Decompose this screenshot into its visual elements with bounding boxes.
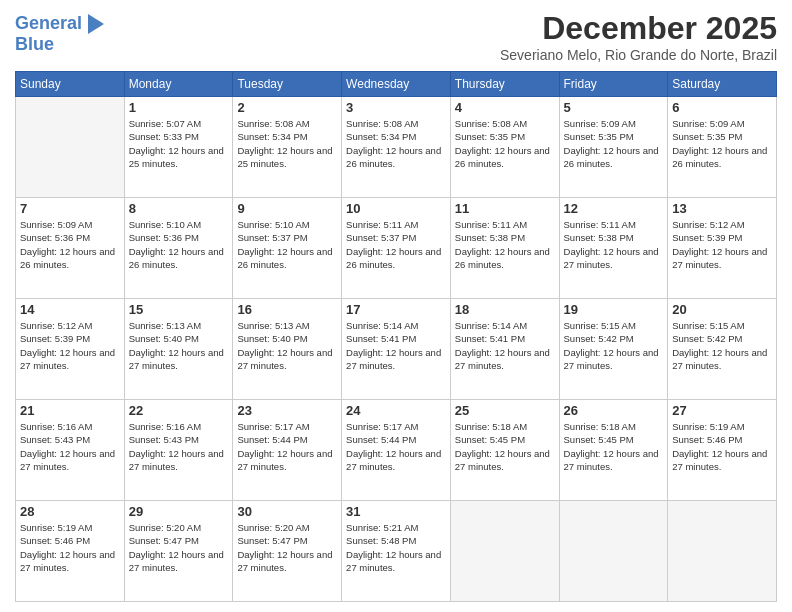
cell-5-2: 29Sunrise: 5:20 AMSunset: 5:47 PMDayligh… (124, 501, 233, 602)
location: Severiano Melo, Rio Grande do Norte, Bra… (500, 47, 777, 63)
day-info: Sunrise: 5:16 AMSunset: 5:43 PMDaylight:… (129, 420, 229, 473)
day-number: 25 (455, 403, 555, 418)
cell-3-5: 18Sunrise: 5:14 AMSunset: 5:41 PMDayligh… (450, 299, 559, 400)
day-info: Sunrise: 5:18 AMSunset: 5:45 PMDaylight:… (564, 420, 664, 473)
day-info: Sunrise: 5:08 AMSunset: 5:35 PMDaylight:… (455, 117, 555, 170)
cell-1-3: 2Sunrise: 5:08 AMSunset: 5:34 PMDaylight… (233, 97, 342, 198)
day-number: 5 (564, 100, 664, 115)
day-number: 19 (564, 302, 664, 317)
day-number: 9 (237, 201, 337, 216)
cell-5-7 (668, 501, 777, 602)
cell-5-4: 31Sunrise: 5:21 AMSunset: 5:48 PMDayligh… (342, 501, 451, 602)
cell-4-5: 25Sunrise: 5:18 AMSunset: 5:45 PMDayligh… (450, 400, 559, 501)
cell-1-5: 4Sunrise: 5:08 AMSunset: 5:35 PMDaylight… (450, 97, 559, 198)
day-info: Sunrise: 5:17 AMSunset: 5:44 PMDaylight:… (346, 420, 446, 473)
week-row-3: 14Sunrise: 5:12 AMSunset: 5:39 PMDayligh… (16, 299, 777, 400)
day-number: 7 (20, 201, 120, 216)
day-number: 20 (672, 302, 772, 317)
col-tuesday: Tuesday (233, 72, 342, 97)
day-number: 15 (129, 302, 229, 317)
day-info: Sunrise: 5:09 AMSunset: 5:35 PMDaylight:… (672, 117, 772, 170)
day-info: Sunrise: 5:17 AMSunset: 5:44 PMDaylight:… (237, 420, 337, 473)
day-info: Sunrise: 5:20 AMSunset: 5:47 PMDaylight:… (129, 521, 229, 574)
day-info: Sunrise: 5:21 AMSunset: 5:48 PMDaylight:… (346, 521, 446, 574)
cell-3-6: 19Sunrise: 5:15 AMSunset: 5:42 PMDayligh… (559, 299, 668, 400)
day-number: 10 (346, 201, 446, 216)
cell-2-7: 13Sunrise: 5:12 AMSunset: 5:39 PMDayligh… (668, 198, 777, 299)
day-number: 12 (564, 201, 664, 216)
col-monday: Monday (124, 72, 233, 97)
day-number: 14 (20, 302, 120, 317)
day-number: 27 (672, 403, 772, 418)
day-number: 23 (237, 403, 337, 418)
cell-3-7: 20Sunrise: 5:15 AMSunset: 5:42 PMDayligh… (668, 299, 777, 400)
day-number: 4 (455, 100, 555, 115)
day-info: Sunrise: 5:09 AMSunset: 5:35 PMDaylight:… (564, 117, 664, 170)
day-info: Sunrise: 5:09 AMSunset: 5:36 PMDaylight:… (20, 218, 120, 271)
week-row-2: 7Sunrise: 5:09 AMSunset: 5:36 PMDaylight… (16, 198, 777, 299)
cell-4-4: 24Sunrise: 5:17 AMSunset: 5:44 PMDayligh… (342, 400, 451, 501)
week-row-1: 1Sunrise: 5:07 AMSunset: 5:33 PMDaylight… (16, 97, 777, 198)
day-info: Sunrise: 5:08 AMSunset: 5:34 PMDaylight:… (346, 117, 446, 170)
title-area: December 2025 Severiano Melo, Rio Grande… (500, 10, 777, 63)
logo-text: General (15, 14, 82, 34)
cell-3-4: 17Sunrise: 5:14 AMSunset: 5:41 PMDayligh… (342, 299, 451, 400)
calendar-page: General Blue December 2025 Severiano Mel… (0, 0, 792, 612)
cell-5-6 (559, 501, 668, 602)
day-info: Sunrise: 5:18 AMSunset: 5:45 PMDaylight:… (455, 420, 555, 473)
cell-4-6: 26Sunrise: 5:18 AMSunset: 5:45 PMDayligh… (559, 400, 668, 501)
week-row-5: 28Sunrise: 5:19 AMSunset: 5:46 PMDayligh… (16, 501, 777, 602)
day-number: 30 (237, 504, 337, 519)
day-info: Sunrise: 5:10 AMSunset: 5:37 PMDaylight:… (237, 218, 337, 271)
day-info: Sunrise: 5:12 AMSunset: 5:39 PMDaylight:… (672, 218, 772, 271)
day-number: 13 (672, 201, 772, 216)
day-info: Sunrise: 5:10 AMSunset: 5:36 PMDaylight:… (129, 218, 229, 271)
cell-5-3: 30Sunrise: 5:20 AMSunset: 5:47 PMDayligh… (233, 501, 342, 602)
day-info: Sunrise: 5:15 AMSunset: 5:42 PMDaylight:… (672, 319, 772, 372)
cell-4-3: 23Sunrise: 5:17 AMSunset: 5:44 PMDayligh… (233, 400, 342, 501)
day-number: 21 (20, 403, 120, 418)
day-number: 1 (129, 100, 229, 115)
day-number: 16 (237, 302, 337, 317)
day-number: 31 (346, 504, 446, 519)
day-info: Sunrise: 5:14 AMSunset: 5:41 PMDaylight:… (346, 319, 446, 372)
day-number: 26 (564, 403, 664, 418)
cell-4-1: 21Sunrise: 5:16 AMSunset: 5:43 PMDayligh… (16, 400, 125, 501)
day-info: Sunrise: 5:07 AMSunset: 5:33 PMDaylight:… (129, 117, 229, 170)
cell-2-4: 10Sunrise: 5:11 AMSunset: 5:37 PMDayligh… (342, 198, 451, 299)
day-info: Sunrise: 5:15 AMSunset: 5:42 PMDaylight:… (564, 319, 664, 372)
calendar-table: Sunday Monday Tuesday Wednesday Thursday… (15, 71, 777, 602)
cell-2-6: 12Sunrise: 5:11 AMSunset: 5:38 PMDayligh… (559, 198, 668, 299)
day-number: 24 (346, 403, 446, 418)
cell-2-5: 11Sunrise: 5:11 AMSunset: 5:38 PMDayligh… (450, 198, 559, 299)
cell-3-2: 15Sunrise: 5:13 AMSunset: 5:40 PMDayligh… (124, 299, 233, 400)
day-info: Sunrise: 5:12 AMSunset: 5:39 PMDaylight:… (20, 319, 120, 372)
day-number: 28 (20, 504, 120, 519)
cell-5-5 (450, 501, 559, 602)
svg-marker-0 (88, 14, 104, 34)
cell-1-1 (16, 97, 125, 198)
day-number: 22 (129, 403, 229, 418)
cell-4-2: 22Sunrise: 5:16 AMSunset: 5:43 PMDayligh… (124, 400, 233, 501)
day-number: 11 (455, 201, 555, 216)
week-row-4: 21Sunrise: 5:16 AMSunset: 5:43 PMDayligh… (16, 400, 777, 501)
cell-1-4: 3Sunrise: 5:08 AMSunset: 5:34 PMDaylight… (342, 97, 451, 198)
day-info: Sunrise: 5:11 AMSunset: 5:37 PMDaylight:… (346, 218, 446, 271)
day-info: Sunrise: 5:08 AMSunset: 5:34 PMDaylight:… (237, 117, 337, 170)
col-saturday: Saturday (668, 72, 777, 97)
day-info: Sunrise: 5:16 AMSunset: 5:43 PMDaylight:… (20, 420, 120, 473)
cell-2-3: 9Sunrise: 5:10 AMSunset: 5:37 PMDaylight… (233, 198, 342, 299)
day-number: 3 (346, 100, 446, 115)
cell-5-1: 28Sunrise: 5:19 AMSunset: 5:46 PMDayligh… (16, 501, 125, 602)
cell-1-6: 5Sunrise: 5:09 AMSunset: 5:35 PMDaylight… (559, 97, 668, 198)
col-sunday: Sunday (16, 72, 125, 97)
col-wednesday: Wednesday (342, 72, 451, 97)
logo-icon (84, 10, 104, 38)
day-number: 8 (129, 201, 229, 216)
header-row: Sunday Monday Tuesday Wednesday Thursday… (16, 72, 777, 97)
cell-4-7: 27Sunrise: 5:19 AMSunset: 5:46 PMDayligh… (668, 400, 777, 501)
col-thursday: Thursday (450, 72, 559, 97)
day-info: Sunrise: 5:20 AMSunset: 5:47 PMDaylight:… (237, 521, 337, 574)
day-number: 2 (237, 100, 337, 115)
day-info: Sunrise: 5:13 AMSunset: 5:40 PMDaylight:… (237, 319, 337, 372)
